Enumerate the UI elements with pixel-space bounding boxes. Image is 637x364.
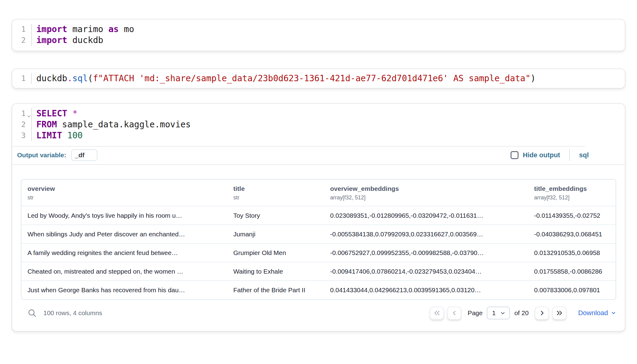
- table-cell: 0.023089351,-0.012809965,-0.03209472,-0.…: [324, 206, 528, 225]
- table-cell: Just when George Banks has recovered fro…: [21, 281, 227, 299]
- page-select[interactable]: 1: [487, 307, 510, 319]
- chevrons-right-icon: [556, 309, 563, 317]
- table-row: Cheated on, mistreated and stepped on, t…: [21, 262, 616, 281]
- column-header[interactable]: overview_embeddingsarray[f32, 512]: [324, 180, 528, 206]
- column-name: title: [233, 185, 324, 192]
- column-name: title_embeddings: [534, 185, 616, 192]
- column-dtype: str: [27, 195, 227, 201]
- chevron-right-icon: [538, 309, 546, 317]
- table-cell: 0.007833006,0.097801: [528, 281, 616, 299]
- search-icon[interactable]: [27, 308, 37, 318]
- toolbar-divider: [569, 149, 570, 161]
- table-cell: Toy Story: [227, 206, 324, 225]
- dataframe-table: overviewstrtitlestroverview_embeddingsar…: [21, 179, 616, 300]
- cell-output: overviewstrtitlestroverview_embeddingsar…: [12, 165, 625, 331]
- table-cell: Cheated on, mistreated and stepped on, t…: [21, 262, 227, 281]
- line-number-gutter: 123: [12, 108, 32, 141]
- marimo-notebook: 12import marimo as moimport duckdb 1duck…: [0, 19, 637, 332]
- column-dtype: array[f32, 512]: [534, 195, 616, 201]
- line-number: 1: [12, 24, 31, 35]
- table-cell: 0.0132910535,0.06958: [528, 243, 616, 262]
- sql-cell: 123SELECT *FROM sample_data.kaggle.movie…: [12, 103, 625, 332]
- table-cell: Led by Woody, Andy's toys live happily i…: [21, 206, 227, 225]
- previous-page-button[interactable]: [447, 307, 461, 320]
- code-line[interactable]: SELECT *: [36, 108, 191, 119]
- table-row: Led by Woody, Andy's toys live happily i…: [21, 206, 616, 225]
- table-header-row: overviewstrtitlestroverview_embeddingsar…: [21, 180, 616, 206]
- chevron-down-icon: [500, 310, 506, 316]
- line-number: 2: [12, 119, 31, 130]
- code-text[interactable]: duckdb.sql(f"ATTACH 'md:_share/sample_da…: [32, 73, 536, 84]
- code-editor[interactable]: 1duckdb.sql(f"ATTACH 'md:_share/sample_d…: [12, 69, 625, 88]
- code-cell-attach: 1duckdb.sql(f"ATTACH 'md:_share/sample_d…: [12, 68, 625, 89]
- table-cell: -0.009417406,0.07860214,-0.023279453,0.0…: [324, 262, 528, 281]
- hide-output-label[interactable]: Hide output: [523, 151, 560, 159]
- table-cell: Father of the Bride Part II: [227, 281, 324, 299]
- column-header[interactable]: title_embeddingsarray[f32, 512]: [528, 180, 616, 206]
- code-line[interactable]: import duckdb: [36, 35, 134, 46]
- table-row: Just when George Banks has recovered fro…: [21, 281, 616, 299]
- column-header[interactable]: overviewstr: [21, 180, 227, 206]
- chevrons-left-icon: [433, 309, 441, 317]
- first-page-button[interactable]: [430, 307, 444, 320]
- language-label[interactable]: sql: [579, 151, 589, 159]
- column-header[interactable]: titlestr: [227, 180, 324, 206]
- page-select-value: 1: [492, 309, 496, 317]
- download-button[interactable]: Download: [578, 309, 616, 317]
- table-cell: -0.011439355,-0.02752: [528, 206, 616, 225]
- table-cell: 0.01755858,-0.0086286: [528, 262, 616, 281]
- table-footer: 100 rows, 4 columns: [21, 306, 616, 320]
- table-row: A family wedding reignites the ancient f…: [21, 243, 616, 262]
- download-label: Download: [578, 309, 608, 317]
- line-number-gutter: 1: [12, 73, 32, 84]
- code-line[interactable]: LIMIT 100: [36, 130, 191, 141]
- hide-output-checkbox[interactable]: [511, 151, 519, 159]
- table-cell: -0.0055384138,0.07992093,0.023316627,0.0…: [324, 225, 528, 243]
- line-number: 1: [12, 73, 31, 84]
- chevron-left-icon: [451, 309, 458, 317]
- column-name: overview: [27, 185, 227, 192]
- next-page-button[interactable]: [535, 307, 549, 320]
- table-cell: A family wedding reignites the ancient f…: [21, 243, 227, 262]
- last-page-button[interactable]: [552, 307, 566, 320]
- column-dtype: str: [233, 195, 324, 201]
- line-number: 2: [12, 35, 31, 46]
- line-number: 1: [12, 108, 31, 119]
- page-total-text: of 20: [514, 309, 529, 317]
- line-number-gutter: 12: [12, 24, 32, 46]
- code-text[interactable]: import marimo as moimport duckdb: [32, 24, 134, 46]
- chevron-down-icon: [611, 310, 616, 316]
- output-variable-input[interactable]: [71, 149, 97, 161]
- code-line[interactable]: duckdb.sql(f"ATTACH 'md:_share/sample_da…: [36, 73, 536, 84]
- table-cell: When siblings Judy and Peter discover an…: [21, 225, 227, 243]
- code-editor[interactable]: 123SELECT *FROM sample_data.kaggle.movie…: [12, 104, 625, 146]
- sql-cell-toolbar: Output variable: Hide output sql: [12, 146, 625, 165]
- row-count-text: 100 rows, 4 columns: [43, 309, 102, 317]
- table-cell: Grumpier Old Men: [227, 243, 324, 262]
- table-cell: 0.041433044,0.042966213,0.0039591365,0.0…: [324, 281, 528, 299]
- table-cell: -0.006752927,0.099952355,-0.009982588,-0…: [324, 243, 528, 262]
- line-number: 3: [12, 130, 31, 141]
- output-variable-label: Output variable:: [17, 151, 66, 159]
- code-line[interactable]: import marimo as mo: [36, 24, 134, 35]
- code-editor[interactable]: 12import marimo as moimport duckdb: [12, 20, 625, 51]
- table-cell: -0.040386293,0.068451: [528, 225, 616, 243]
- table-row: When siblings Judy and Peter discover an…: [21, 225, 616, 243]
- code-text[interactable]: SELECT *FROM sample_data.kaggle.moviesLI…: [32, 108, 191, 141]
- page-label: Page: [468, 309, 482, 317]
- code-line[interactable]: FROM sample_data.kaggle.movies: [36, 119, 191, 130]
- column-dtype: array[f32, 512]: [330, 195, 528, 201]
- column-name: overview_embeddings: [330, 185, 528, 192]
- table-cell: Jumanji: [227, 225, 324, 243]
- table-cell: Waiting to Exhale: [227, 262, 324, 281]
- code-cell-imports: 12import marimo as moimport duckdb: [12, 19, 625, 51]
